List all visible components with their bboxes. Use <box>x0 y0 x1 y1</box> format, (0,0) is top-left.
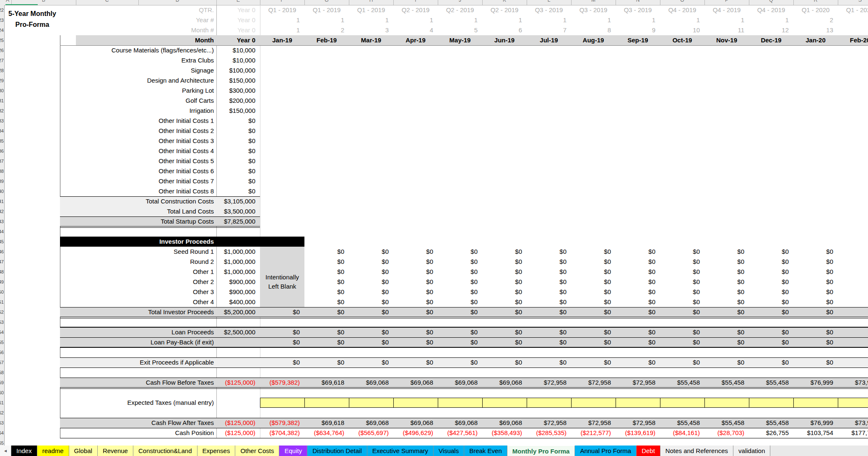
header-year_num-cell[interactable]: 1 <box>482 15 527 25</box>
loan-proceeds-month[interactable]: $0 <box>482 327 527 337</box>
investor-month-value[interactable]: $0 <box>527 247 571 257</box>
investor-month-value[interactable]: $0 <box>838 297 868 307</box>
cashflow-value[interactable]: ($579,382) <box>260 418 304 428</box>
investor-month-value[interactable]: $0 <box>438 297 482 307</box>
header-year_num-cell[interactable]: 1 <box>660 15 704 25</box>
tab-scroll-arrows-icon[interactable]: ◄ <box>0 446 11 456</box>
sheet-tab-break-even[interactable]: Break Even <box>464 446 507 456</box>
month-header-cell[interactable]: Mar-19 <box>349 35 393 45</box>
taxes-input-cell[interactable] <box>482 398 527 408</box>
total-investor-month[interactable]: $0 <box>749 307 793 317</box>
cost-row-label[interactable]: Extra Clubs <box>60 55 216 65</box>
investor-month-value[interactable]: $0 <box>482 267 527 277</box>
taxes-input-cell[interactable] <box>838 398 868 408</box>
cash-position-value[interactable]: ($565,697) <box>349 428 393 438</box>
cashflow-value[interactable]: $72,958 <box>571 418 616 428</box>
investor-row-label[interactable]: Other 3 <box>60 287 216 297</box>
investor-month-value[interactable]: $0 <box>393 247 438 257</box>
cash-position-value[interactable]: ($496,629) <box>393 428 438 438</box>
cash-position-value[interactable]: $26,755 <box>749 428 793 438</box>
investor-month-value[interactable]: $0 <box>438 257 482 267</box>
total-investor-month[interactable]: $0 <box>304 307 349 317</box>
investor-month-value[interactable]: $0 <box>482 257 527 267</box>
investor-month-value[interactable]: $0 <box>304 297 349 307</box>
investor-month-value[interactable]: $0 <box>704 297 749 307</box>
investor-month-value[interactable]: $0 <box>838 267 868 277</box>
loan-proceeds-month[interactable]: $0 <box>793 327 838 337</box>
header-month_num-cell[interactable]: 4 <box>393 25 438 35</box>
month-header-cell[interactable]: Feb-19 <box>304 35 349 45</box>
investor-month-value[interactable]: $0 <box>838 287 868 297</box>
investor-month-value[interactable]: $0 <box>749 297 793 307</box>
cashflow-value[interactable]: $55,458 <box>660 418 704 428</box>
total-row-value[interactable]: $3,105,000 <box>216 196 260 206</box>
investor-month-value[interactable]: $0 <box>393 267 438 277</box>
loan-payback-month[interactable]: $0 <box>260 337 304 347</box>
header-year_num-cell[interactable]: 1 <box>749 15 793 25</box>
investor-month-value[interactable]: $0 <box>704 247 749 257</box>
cost-row-label[interactable]: Other Initial Costs 5 <box>60 156 216 166</box>
loan-proceeds-month[interactable]: $0 <box>260 327 304 337</box>
cost-row-label[interactable]: Design and Architecture <box>60 76 216 86</box>
taxes-input-cell[interactable] <box>749 398 794 408</box>
investor-month-value[interactable]: $0 <box>482 277 527 287</box>
investor-month-value[interactable]: $0 <box>704 287 749 297</box>
exit-proceeds-month[interactable]: $0 <box>660 357 704 367</box>
cost-row-value[interactable]: $0 <box>216 146 260 156</box>
loan-payback-month[interactable]: $0 <box>838 337 868 347</box>
header-qtr-cell[interactable]: Q1 - 2020 <box>838 5 868 15</box>
taxes-input-cell[interactable] <box>438 398 483 408</box>
loan-payback-month[interactable]: $0 <box>527 337 571 347</box>
cashflow-value[interactable]: $69,068 <box>438 418 482 428</box>
cost-row-label[interactable]: Other Initial Costs 1 <box>60 116 216 126</box>
total-row-value[interactable]: $3,500,000 <box>216 206 260 216</box>
month-header-cell[interactable]: Oct-19 <box>660 35 704 45</box>
investor-month-value[interactable]: $0 <box>838 257 868 267</box>
investor-month-value[interactable]: $0 <box>571 267 616 277</box>
investor-month-value[interactable]: $0 <box>793 267 838 277</box>
loan-payback-month[interactable]: $0 <box>793 337 838 347</box>
cost-row-label[interactable]: Irrigation <box>60 106 216 116</box>
cash-position-value[interactable]: ($28,703) <box>704 428 749 438</box>
investor-month-value[interactable]: $0 <box>704 277 749 287</box>
investor-month-value[interactable]: $0 <box>393 257 438 267</box>
investor-month-value[interactable]: $0 <box>349 297 393 307</box>
header-qtr-cell[interactable]: Q1 - 2019 <box>304 5 349 15</box>
header-year_num-cell[interactable]: 1 <box>393 15 438 25</box>
investor-month-value[interactable]: $0 <box>838 247 868 257</box>
cost-row-value[interactable]: $0 <box>216 186 260 196</box>
total-investor-month[interactable]: $0 <box>838 307 868 317</box>
header-qtr-cell[interactable]: Q3 - 2019 <box>571 5 616 15</box>
investor-row-label[interactable]: Seed Round 1 <box>60 247 216 257</box>
cashflow-value[interactable]: $55,458 <box>660 378 704 388</box>
total-row-label[interactable]: Total Construction Costs <box>60 196 216 206</box>
header-qtr-cell[interactable]: Q2 - 2019 <box>482 5 527 15</box>
header-month_num-cell[interactable]: 9 <box>616 25 660 35</box>
investor-month-value[interactable]: $0 <box>349 267 393 277</box>
sheet-tab-global[interactable]: Global <box>69 446 98 456</box>
total-investor-month[interactable]: $0 <box>571 307 616 317</box>
cashflow-value[interactable]: $73,999 <box>838 378 868 388</box>
cost-row-value[interactable]: $100,000 <box>216 65 260 76</box>
header-year_num-cell[interactable]: 1 <box>438 15 482 25</box>
loan-payback-month[interactable]: $0 <box>482 337 527 347</box>
sheet-tab-executive-summary[interactable]: Executive Summary <box>367 446 434 456</box>
total-investor-month[interactable]: $0 <box>482 307 527 317</box>
cost-row-label[interactable]: Golf Carts <box>60 96 216 106</box>
exit-proceeds-month[interactable]: $0 <box>527 357 571 367</box>
sheet-tab-validation[interactable]: validation <box>733 446 770 456</box>
investor-month-value[interactable]: $0 <box>838 277 868 287</box>
cash-position-label[interactable]: Cash Position <box>60 428 216 438</box>
header-year0-cell[interactable]: Year 0 <box>216 5 260 15</box>
taxes-input-cell[interactable] <box>704 398 749 408</box>
exit-proceeds-label[interactable]: Exit Proceeds if Applicable <box>60 357 216 367</box>
loan-proceeds-label[interactable]: Loan Proceeds <box>60 327 216 337</box>
investor-month-value[interactable]: $0 <box>704 267 749 277</box>
investor-month-value[interactable]: $0 <box>616 287 660 297</box>
investor-row-label[interactable]: Other 2 <box>60 277 216 287</box>
cashflow-value[interactable]: $55,458 <box>749 418 793 428</box>
loan-proceeds-month[interactable]: $0 <box>571 327 616 337</box>
header-month_num-cell[interactable]: 3 <box>349 25 393 35</box>
taxes-input-cell[interactable] <box>527 398 572 408</box>
investor-month-value[interactable]: $0 <box>616 257 660 267</box>
